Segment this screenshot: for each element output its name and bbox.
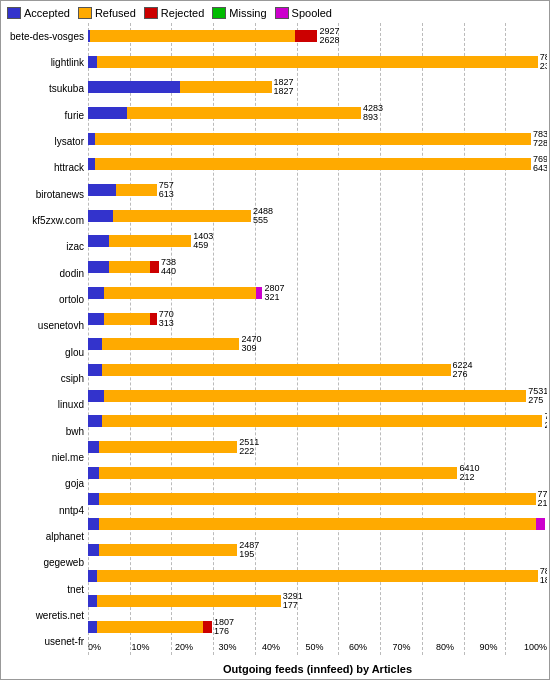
- bar-track: 29272628: [88, 30, 547, 42]
- bottom-section: 0%10%20%30%40%50%60%70%80%90%100% Outgoi…: [88, 640, 547, 677]
- y-label: lysator: [3, 136, 88, 147]
- y-labels: bete-des-vosgeslightlinktsukubafurielysa…: [3, 23, 88, 677]
- legend-item: Spooled: [275, 7, 332, 19]
- legend-item: Rejected: [144, 7, 204, 19]
- bars-rows: 2927262878612343182718274283893783972876…: [88, 23, 547, 640]
- bar-track: 2488555: [88, 210, 547, 222]
- x-tick: 90%: [480, 642, 524, 652]
- bar-segment-accepted: [88, 570, 97, 582]
- bar-track: 7886261: [88, 415, 547, 427]
- bar-value-label: 2511222: [239, 438, 259, 456]
- bar-track: 2487195: [88, 544, 547, 556]
- x-axis: 0%10%20%30%40%50%60%70%80%90%100%: [88, 640, 547, 662]
- bar-segment-refused: [99, 518, 535, 530]
- bar-value-label: 1403459: [193, 232, 213, 250]
- bar-segment-refused: [109, 235, 192, 247]
- y-label: glou: [3, 347, 88, 358]
- bar-segment-accepted: [88, 313, 104, 325]
- bar-segment-refused: [99, 544, 237, 556]
- bar-row: 78612343: [88, 49, 547, 75]
- bar-row: 7881187: [88, 563, 547, 589]
- y-label: csiph: [3, 373, 88, 384]
- bar-segment-spooled: [536, 518, 545, 530]
- bar-segment-rejected: [150, 261, 159, 273]
- bar-value-label: 757613: [159, 181, 174, 199]
- y-label: birotanews: [3, 189, 88, 200]
- y-label: lightlink: [3, 57, 88, 68]
- bar-segment-refused: [127, 107, 361, 119]
- bar-segment-accepted: [88, 441, 99, 453]
- y-label: alphanet: [3, 531, 88, 542]
- legend-color-box: [144, 7, 158, 19]
- y-label: niel.me: [3, 452, 88, 463]
- bar-value-label: 7531275: [528, 387, 547, 405]
- legend-color-box: [212, 7, 226, 19]
- chart-body: bete-des-vosgeslightlinktsukubafurielysa…: [3, 23, 547, 677]
- x-tick: 60%: [349, 642, 393, 652]
- bar-track: 7746204: [88, 518, 547, 530]
- bar-row: 2488555: [88, 203, 547, 229]
- x-tick: 80%: [436, 642, 480, 652]
- bar-value-label: 770313: [159, 310, 174, 328]
- y-label: tnet: [3, 584, 88, 595]
- bar-value-label: 1807176: [214, 618, 234, 636]
- chart-container: AcceptedRefusedRejectedMissingSpooled be…: [0, 0, 550, 680]
- y-label: linuxd: [3, 399, 88, 410]
- y-label: kf5zxw.com: [3, 215, 88, 226]
- bar-track: 2470309: [88, 338, 547, 350]
- bar-segment-refused: [116, 184, 157, 196]
- bar-value-label: 7839728: [533, 130, 547, 148]
- bar-segment-refused: [99, 441, 237, 453]
- legend-color-box: [78, 7, 92, 19]
- bar-track: 6410212: [88, 467, 547, 479]
- bar-segment-accepted: [88, 287, 104, 299]
- bar-segment-refused: [113, 210, 251, 222]
- legend-label: Spooled: [292, 7, 332, 19]
- bar-value-label: 6224276: [453, 361, 473, 379]
- bar-value-label: 2488555: [253, 207, 273, 225]
- bar-row: 2807321: [88, 280, 547, 306]
- bar-row: 7531275: [88, 383, 547, 409]
- bar-segment-accepted: [88, 544, 99, 556]
- bar-segment-refused: [97, 621, 203, 633]
- bar-segment-refused: [99, 467, 457, 479]
- bar-row: 757613: [88, 177, 547, 203]
- bar-row: 6224276: [88, 357, 547, 383]
- bar-track: 78612343: [88, 56, 547, 68]
- bar-segment-accepted: [88, 338, 102, 350]
- y-label: izac: [3, 241, 88, 252]
- y-label: goja: [3, 478, 88, 489]
- y-label: nntp4: [3, 505, 88, 516]
- bar-row: 18271827: [88, 74, 547, 100]
- bar-segment-accepted: [88, 518, 99, 530]
- bar-segment-refused: [97, 570, 538, 582]
- bar-segment-accepted: [88, 467, 99, 479]
- legend-item: Missing: [212, 7, 266, 19]
- bar-track: 6224276: [88, 364, 547, 376]
- x-tick: 10%: [132, 642, 176, 652]
- bar-segment-accepted: [88, 133, 95, 145]
- bar-segment-refused: [90, 30, 294, 42]
- bar-segment-refused: [99, 493, 535, 505]
- bar-segment-spooled: [256, 287, 263, 299]
- bar-value-label: 2487195: [239, 541, 259, 559]
- bar-value-label: 6410212: [459, 464, 479, 482]
- bar-track: 770313: [88, 313, 547, 325]
- bar-segment-accepted: [88, 158, 95, 170]
- bar-row: 2511222: [88, 434, 547, 460]
- legend-label: Missing: [229, 7, 266, 19]
- legend: AcceptedRefusedRejectedMissingSpooled: [3, 5, 547, 23]
- y-label: httrack: [3, 162, 88, 173]
- bar-track: 7732212: [88, 493, 547, 505]
- bar-segment-rejected: [295, 30, 318, 42]
- y-label: furie: [3, 110, 88, 121]
- bar-row: 6410212: [88, 460, 547, 486]
- bar-segment-accepted: [88, 364, 102, 376]
- y-label: weretis.net: [3, 610, 88, 621]
- bar-value-label: 7732212: [538, 490, 547, 508]
- bar-row: 1807176: [88, 614, 547, 640]
- legend-label: Accepted: [24, 7, 70, 19]
- bar-segment-accepted: [88, 184, 116, 196]
- bar-segment-accepted: [88, 81, 180, 93]
- bar-value-label: 18271827: [274, 78, 294, 96]
